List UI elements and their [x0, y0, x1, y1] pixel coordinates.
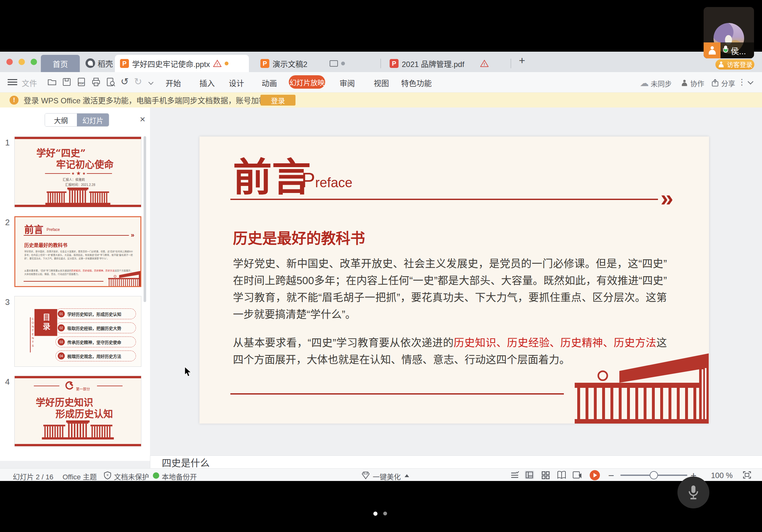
- collapse-ribbon-chevron-icon[interactable]: [748, 79, 753, 85]
- reading-view-icon[interactable]: [557, 470, 567, 479]
- slide-thumbnail-2[interactable]: 前言 Preface » 历史是最好的教科书 学好党史、新中国史、改革开放史、社…: [14, 216, 141, 287]
- share-button[interactable]: 分享: [711, 78, 735, 88]
- redo-icon[interactable]: ↻: [134, 76, 142, 87]
- video-call-overlay[interactable]: 侯...: [704, 7, 754, 58]
- slide-paragraph-1: 学好党史、新中国史、改革开放史、社会主义发展史，是党员的一门必修课。但是，这“四…: [233, 255, 667, 323]
- slide-canvas[interactable]: 前言 Preface » 历史是最好的教科书 学好党史、新中国史、改革开放史、社…: [199, 137, 709, 424]
- bottom-black-bar: [0, 481, 762, 532]
- svg-text:×: ×: [106, 473, 109, 478]
- close-window-button[interactable]: [6, 59, 13, 65]
- more-commands-chevron-icon[interactable]: [148, 80, 153, 85]
- login-notice-bar: ! 登录 WPS Office 激活更多功能，电脑手机多端同步文档数据，账号加密…: [0, 93, 762, 107]
- beautify-label[interactable]: 一键美化: [373, 471, 401, 481]
- slide-heading: 历史是最好的教科书: [233, 227, 365, 247]
- tab-document-1[interactable]: P 学好四史牢记使命.pptx !: [115, 55, 249, 72]
- collaborate-button[interactable]: 协作: [681, 78, 704, 88]
- save-icon[interactable]: [62, 77, 71, 87]
- microphone-button[interactable]: [677, 477, 709, 508]
- slide-number: 3: [5, 297, 10, 307]
- play-slideshow-button[interactable]: [590, 470, 600, 480]
- normal-view-icon[interactable]: [525, 470, 534, 479]
- title-divider: [230, 199, 658, 200]
- person-plus-icon: [682, 80, 687, 86]
- minimize-window-button[interactable]: [19, 59, 25, 65]
- toc-item: 02 吸取历史经验，把握历史大势: [55, 322, 136, 333]
- protection-label[interactable]: 文档未保护: [114, 471, 149, 481]
- print-icon[interactable]: [91, 77, 101, 87]
- tab-slides[interactable]: 幻灯片: [77, 113, 109, 126]
- theme-label[interactable]: Office 主题: [62, 471, 97, 481]
- page-indicator-dot[interactable]: [383, 511, 387, 515]
- tab-home[interactable]: 首页: [41, 55, 80, 72]
- menu-insert[interactable]: 插入: [199, 77, 215, 88]
- print-preview-icon[interactable]: [106, 77, 115, 87]
- beautify-caret-icon[interactable]: [405, 474, 409, 477]
- mouse-cursor: [184, 366, 193, 377]
- app-window: 首页 稻壳 P 学好四史牢记使命.pptx ! P 演示文稿2 P 2021 品…: [0, 0, 762, 532]
- tab-separator: [510, 59, 511, 68]
- export-pdf-icon[interactable]: PDF: [77, 77, 86, 87]
- notice-text: 登录 WPS Office 激活更多功能，电脑手机多端同步文档数据，账号加密更安…: [24, 95, 297, 105]
- sync-status[interactable]: ☁ 未同步: [640, 78, 672, 88]
- backup-status-icon: [153, 472, 159, 479]
- undo-icon[interactable]: ↺: [120, 76, 128, 87]
- party-emblem-icon: [65, 381, 75, 391]
- shield-icon: ×: [104, 471, 112, 479]
- participant-badge[interactable]: [704, 42, 721, 58]
- page-indicator-dot-active[interactable]: [373, 511, 377, 516]
- menu-slideshow-active[interactable]: 幻灯片放映: [289, 75, 325, 89]
- beautify-icon: [361, 471, 370, 479]
- toc-item: 04 梳理历史观念，用好历史方法: [55, 351, 136, 362]
- notes-toggle-icon[interactable]: [510, 470, 519, 479]
- fit-slide-icon[interactable]: [742, 470, 752, 479]
- login-button[interactable]: 登录: [261, 95, 295, 105]
- slide-thumbnail-1[interactable]: 学好“四史” 牢记初心使命 ★★★ 汇报人：侯雅莉 汇报时间：2021.2.28: [14, 137, 141, 207]
- open-folder-icon[interactable]: [47, 77, 57, 87]
- menu-special-features[interactable]: 特色功能: [401, 77, 432, 88]
- close-panel-icon[interactable]: ×: [140, 114, 145, 125]
- alert-icon: !: [10, 96, 19, 104]
- wps-presentation-icon: P: [261, 59, 269, 68]
- sidebar-scrollbar[interactable]: [144, 136, 146, 302]
- menu-animation[interactable]: 动画: [262, 77, 277, 88]
- slide-sorter-icon[interactable]: [541, 470, 551, 479]
- file-menu[interactable]: 文件: [22, 77, 37, 88]
- play-from-current-icon[interactable]: [572, 470, 582, 479]
- double-chevron-icon: »: [660, 185, 673, 211]
- tab-document-2[interactable]: P 演示文稿2: [255, 55, 377, 72]
- wps-presentation-icon: P: [120, 59, 129, 68]
- status-bar: 幻灯片 2 / 16 Office 主题 × 文档未保护 本地备份开 一键美化 …: [0, 468, 762, 481]
- warning-icon: !: [480, 60, 489, 67]
- tab-outline[interactable]: 大纲: [45, 113, 77, 126]
- menu-view[interactable]: 视图: [374, 77, 389, 88]
- slide-thumbnail-4[interactable]: 第一部分 学好历史知识 形成历史认知: [14, 376, 141, 446]
- kebab-menu-icon[interactable]: ⋮: [738, 77, 746, 87]
- tab-docer[interactable]: 稻壳: [86, 56, 113, 70]
- menu-design[interactable]: 设计: [229, 77, 244, 88]
- zoom-out-button[interactable]: −: [608, 470, 614, 482]
- mic-level-icon: [723, 46, 728, 55]
- slide-thumbnail-3[interactable]: CONTENTS 目录 01 学好历史知识，形成历史认知 02 吸取历史经验，把…: [14, 296, 141, 367]
- tab-separator: [380, 59, 381, 68]
- hamburger-menu-icon[interactable]: [8, 79, 17, 86]
- unsaved-dot: [341, 62, 345, 65]
- toc-item: 03 传承历史精神，坚守历史使命: [55, 337, 136, 347]
- svg-text:PDF: PDF: [79, 82, 85, 85]
- menu-review[interactable]: 审阅: [340, 77, 355, 88]
- zoom-slider-knob[interactable]: [650, 471, 658, 479]
- workspace: 大纲 幻灯片 × 1 学好“四史” 牢记初心使命 ★★★ 汇报人：侯雅莉 汇报时…: [0, 107, 762, 481]
- menu-start[interactable]: 开始: [166, 77, 181, 88]
- caller-info-strip: 侯...: [704, 42, 754, 58]
- tab-document-3[interactable]: P 2021 品牌管理.pdf !: [385, 55, 506, 72]
- zoom-window-button[interactable]: [31, 59, 37, 65]
- slide-panel: 大纲 幻灯片 × 1 学好“四史” 牢记初心使命 ★★★ 汇报人：侯雅莉 汇报时…: [0, 107, 150, 461]
- zoom-percent[interactable]: 100 %: [711, 471, 733, 480]
- new-tab-button[interactable]: +: [519, 54, 525, 67]
- guest-login-button[interactable]: 访客登录: [716, 59, 754, 70]
- backup-label[interactable]: 本地备份开: [162, 471, 197, 481]
- top-black-bar: [0, 0, 762, 52]
- person-icon: [708, 46, 716, 54]
- toc-item: 01 学好历史知识，形成历史认知: [55, 308, 136, 319]
- cloud-icon: ☁: [640, 78, 649, 88]
- notes-bar[interactable]: 四史是什么: [150, 455, 762, 468]
